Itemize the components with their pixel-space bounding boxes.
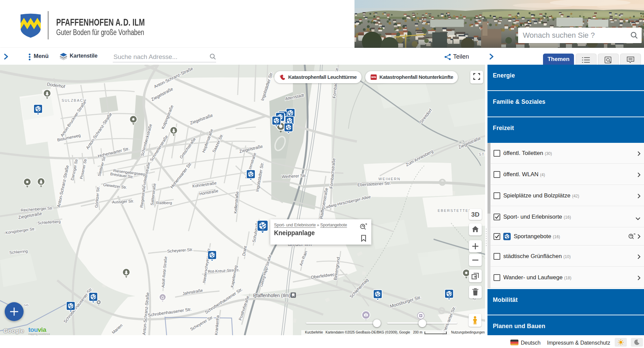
svg-text:Pfaffenhofen (Ilm): Pfaffenhofen (Ilm) [253, 293, 291, 298]
svg-text:EBERSTETTEN: EBERSTETTEN [438, 209, 472, 213]
svg-text:Radlberg: Radlberg [156, 200, 172, 205]
svg-text:SOS: SOS [280, 75, 283, 77]
svg-text:045: 045 [24, 304, 29, 307]
